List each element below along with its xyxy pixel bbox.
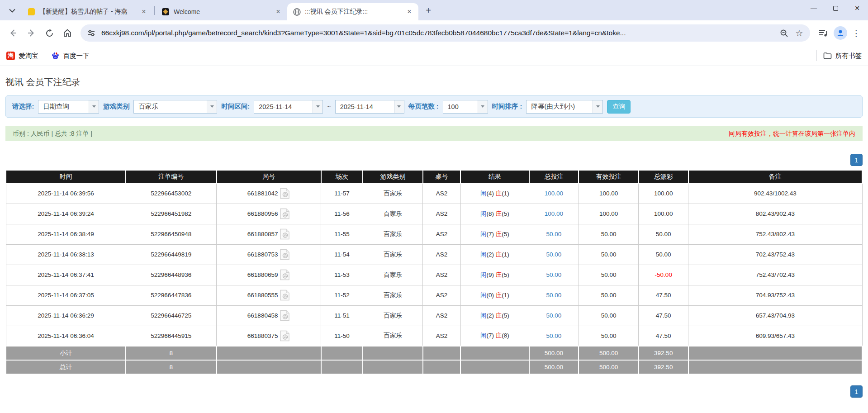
window-controls: — ✕ bbox=[803, 0, 868, 16]
game-type-select[interactable]: 百家乐 bbox=[133, 100, 217, 114]
cell-time: 2025-11-14 06:37:41 bbox=[6, 265, 126, 285]
player-result: 闲 bbox=[480, 332, 487, 339]
banker-result: 庄 bbox=[496, 231, 502, 237]
person-icon bbox=[836, 29, 844, 37]
folder-icon bbox=[823, 52, 832, 59]
cell-table-no: AS2 bbox=[423, 224, 460, 244]
subtotal-payout: 392.50 bbox=[639, 346, 688, 360]
total-bet-link[interactable]: 50.00 bbox=[546, 231, 562, 237]
player-result: 闲 bbox=[480, 210, 487, 217]
page-content: 视讯 会员下注纪录 请选择: 日期查询 游戏类别 百家乐 时间区间: 2025-… bbox=[0, 76, 868, 398]
cell-bet-id: 522966449819 bbox=[126, 244, 217, 265]
media-controls-button[interactable] bbox=[816, 25, 831, 41]
forward-button[interactable] bbox=[24, 25, 39, 41]
maximize-button[interactable] bbox=[825, 0, 846, 16]
cell-valid-bet: 50.00 bbox=[579, 326, 639, 346]
total-bet-link[interactable]: 100.00 bbox=[545, 190, 563, 197]
svg-text:du: du bbox=[54, 56, 57, 58]
table-body: 2025-11-14 06:39:56 522966453002 6618810… bbox=[6, 183, 862, 346]
game-type-value: 百家乐 bbox=[134, 100, 207, 113]
query-mode-value: 日期查询 bbox=[38, 100, 89, 113]
cell-table-no: AS2 bbox=[423, 305, 460, 326]
sort-select[interactable]: 降幂(由大到小) bbox=[526, 100, 603, 114]
video-replay-icon[interactable] bbox=[280, 290, 290, 301]
profile-avatar[interactable] bbox=[834, 26, 847, 40]
video-replay-icon[interactable] bbox=[280, 310, 290, 321]
url-text[interactable]: 66cxkj98.com/ipl/portal.php/game/betreco… bbox=[101, 29, 774, 37]
cell-round-id: 661881042 bbox=[217, 183, 321, 204]
cell-bet-id: 522966445915 bbox=[126, 326, 217, 346]
back-arrow-icon bbox=[9, 28, 18, 38]
table-row: 2025-11-14 06:37:05 522966447836 6618805… bbox=[6, 285, 862, 305]
table-row: 2025-11-14 06:38:13 522966449819 6618807… bbox=[6, 244, 862, 265]
bookmark-baidu[interactable]: du 百度一下 bbox=[51, 52, 90, 60]
zoom-page-icon[interactable] bbox=[778, 28, 789, 38]
col-round-id: 局号 bbox=[217, 171, 321, 183]
tab-close-icon[interactable]: × bbox=[139, 7, 148, 16]
browser-menu-button[interactable]: ⋮ bbox=[850, 28, 863, 38]
url-bar[interactable]: 66cxkj98.com/ipl/portal.php/game/betreco… bbox=[81, 24, 810, 42]
cell-session: 11-56 bbox=[321, 204, 363, 224]
search-button[interactable]: 查询 bbox=[607, 100, 631, 114]
bookmark-label: 百度一下 bbox=[63, 52, 90, 60]
browser-tab-welcome[interactable]: Welcome × bbox=[156, 3, 287, 20]
col-time: 时间 bbox=[6, 171, 126, 183]
back-button[interactable] bbox=[5, 25, 21, 41]
total-bet-link[interactable]: 50.00 bbox=[546, 312, 562, 319]
video-replay-icon[interactable] bbox=[280, 188, 290, 199]
cell-session: 11-53 bbox=[321, 265, 363, 285]
media-playlist-icon bbox=[819, 29, 828, 37]
video-replay-icon[interactable] bbox=[280, 228, 290, 240]
dropdown-arrow-icon[interactable] bbox=[394, 100, 404, 113]
minimize-button[interactable]: — bbox=[803, 0, 825, 16]
query-mode-select[interactable]: 日期查询 bbox=[38, 100, 99, 114]
cell-result: 闲(7) 庄(8) bbox=[460, 326, 529, 346]
total-bet-link[interactable]: 100.00 bbox=[545, 210, 563, 217]
sort-label: 时间排序 : bbox=[492, 102, 522, 111]
table-row: 2025-11-14 06:37:41 522966448936 6618806… bbox=[6, 265, 862, 285]
page-1-button[interactable]: 1 bbox=[850, 385, 863, 398]
dropdown-arrow-icon[interactable] bbox=[593, 100, 602, 113]
dropdown-arrow-icon[interactable] bbox=[207, 100, 217, 113]
date-from-select[interactable]: 2025-11-14 bbox=[254, 100, 323, 114]
new-tab-button[interactable]: + bbox=[422, 4, 435, 17]
video-replay-icon[interactable] bbox=[280, 208, 290, 219]
tab-search-button[interactable] bbox=[5, 3, 20, 18]
cell-total-bet: 50.00 bbox=[529, 305, 579, 326]
tab-close-icon[interactable]: × bbox=[274, 7, 283, 16]
all-bookmarks-button[interactable]: 所有书签 bbox=[816, 50, 862, 61]
cell-valid-bet: 50.00 bbox=[579, 224, 639, 244]
cell-payout: 47.50 bbox=[639, 305, 688, 326]
dropdown-arrow-icon[interactable] bbox=[313, 100, 323, 113]
close-window-button[interactable]: ✕ bbox=[846, 0, 868, 16]
total-bet-link[interactable]: 50.00 bbox=[546, 271, 562, 278]
filter-bar: 请选择: 日期查询 游戏类别 百家乐 时间区间: 2025-11-14 ~ 20… bbox=[5, 95, 863, 118]
total-bet-link[interactable]: 50.00 bbox=[546, 292, 562, 299]
cell-note: 752.43/702.43 bbox=[688, 265, 862, 285]
browser-tab-forum[interactable]: 【新提醒】杨雪儿的帖子 - 海燕 × bbox=[22, 3, 153, 20]
select-mode-label: 请选择: bbox=[12, 102, 34, 111]
cell-note: 609.93/657.43 bbox=[688, 326, 862, 346]
cell-round-id: 661880555 bbox=[217, 285, 321, 305]
video-replay-icon[interactable] bbox=[280, 249, 290, 260]
date-to-select[interactable]: 2025-11-14 bbox=[335, 100, 404, 114]
cell-total-bet: 50.00 bbox=[529, 285, 579, 305]
dropdown-arrow-icon[interactable] bbox=[478, 100, 488, 113]
taobao-icon: 淘 bbox=[6, 52, 15, 60]
cell-valid-bet: 50.00 bbox=[579, 285, 639, 305]
dropdown-arrow-icon[interactable] bbox=[89, 100, 99, 113]
site-settings-tune-icon[interactable] bbox=[86, 28, 97, 38]
video-replay-icon[interactable] bbox=[280, 269, 290, 280]
total-bet-link[interactable]: 50.00 bbox=[546, 251, 562, 258]
video-replay-icon[interactable] bbox=[280, 330, 290, 342]
reload-button[interactable] bbox=[42, 25, 57, 41]
page-1-button[interactable]: 1 bbox=[850, 154, 863, 166]
page-size-select[interactable]: 100 bbox=[443, 100, 488, 114]
bookmark-star-icon[interactable]: ☆ bbox=[794, 28, 805, 38]
browser-tab-betrecord-active[interactable]: :::视讯 会员下注纪录::: × bbox=[287, 3, 418, 20]
bookmark-aitaobao[interactable]: 淘 爱淘宝 bbox=[6, 52, 38, 60]
total-bet-link[interactable]: 50.00 bbox=[546, 332, 562, 339]
home-button[interactable] bbox=[60, 25, 75, 41]
tab-close-icon[interactable]: × bbox=[405, 7, 414, 16]
col-bet-id: 注单编号 bbox=[126, 171, 217, 183]
